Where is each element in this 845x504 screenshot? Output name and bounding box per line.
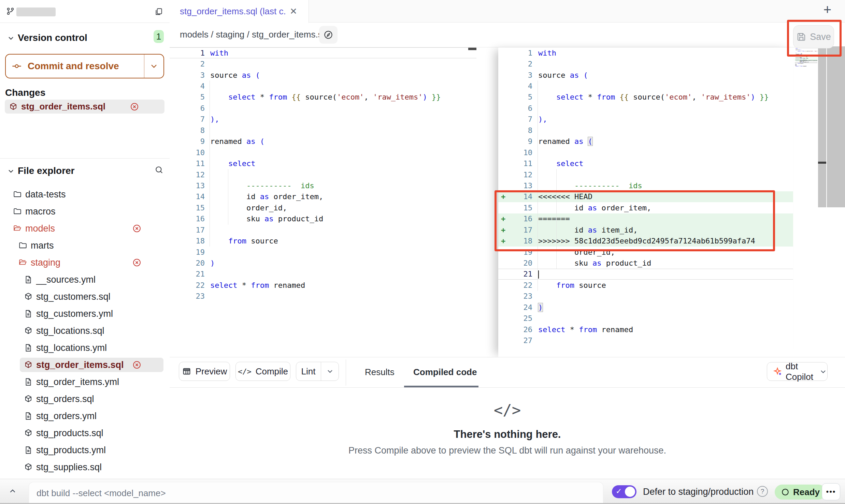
file-tree-item-marts[interactable]: marts — [0, 237, 170, 254]
window-scrollbar-track[interactable] — [827, 46, 845, 207]
code-line-10[interactable]: 10 — [170, 147, 476, 158]
code-line-9[interactable]: 9renamed as ( — [498, 136, 793, 147]
dbt-copilot-button[interactable]: dbt Copilot — [767, 362, 828, 381]
code-line-13[interactable]: 13 ---------- ids — [170, 180, 476, 191]
file-tree-item-stg_products.sql[interactable]: stg_products.sql — [0, 425, 170, 442]
code-line-7[interactable]: 7), — [498, 114, 793, 125]
code-line-2[interactable]: 2 — [498, 58, 793, 69]
preview-button[interactable]: Preview — [179, 362, 230, 381]
commit-and-resolve-button[interactable]: Commit and resolve — [5, 54, 164, 78]
tab-close-icon[interactable]: ✕ — [290, 6, 297, 17]
file-tree-item-stg_supplies.sql[interactable]: stg_supplies.sql — [0, 459, 170, 476]
code-line-15[interactable]: 15 order_id, — [170, 202, 476, 213]
code-line-20[interactable]: 20) — [170, 257, 476, 268]
lineage-compass-icon[interactable] — [319, 26, 338, 44]
file-tree-item-stg_locations.sql[interactable]: stg_locations.sql — [0, 322, 170, 339]
more-options-button[interactable]: ••• — [822, 483, 840, 500]
code-line-18[interactable]: +18>>>>>>> 58c1dd23d5eebd9cd2495fa7124ab… — [498, 235, 793, 246]
code-line-8[interactable]: 8 — [498, 125, 793, 136]
file-tree-item-models[interactable]: models — [0, 220, 170, 237]
code-line-12[interactable]: 12 — [170, 169, 476, 180]
code-line-9[interactable]: 9renamed as ( — [170, 136, 476, 147]
file-tree-item-__sources.yml[interactable]: __sources.yml — [0, 271, 170, 288]
editor-scrollbar-track[interactable] — [818, 46, 826, 207]
file-tree-item-stg_customers.sql[interactable]: stg_customers.sql — [0, 288, 170, 305]
conflict-x-icon[interactable] — [132, 360, 142, 370]
code-line-22[interactable]: 22 from source — [498, 280, 793, 291]
file-tree-item-macros[interactable]: macros — [0, 203, 170, 220]
code-line-25[interactable]: 25 — [498, 313, 793, 324]
file-tree-item-data-tests[interactable]: data-tests — [0, 186, 170, 203]
code-line-24[interactable]: 24) — [498, 302, 793, 313]
minimap[interactable]: 1with23source as (45 select * from {{ so… — [795, 48, 817, 69]
code-line-22[interactable]: 22select * from renamed — [170, 280, 476, 291]
conflict-x-icon[interactable] — [130, 102, 139, 112]
status-badge-ready[interactable]: Ready — [775, 485, 826, 500]
code-line-14[interactable]: 14 id as order_item, — [170, 191, 476, 202]
code-line-15[interactable]: 15 id as order_item, — [498, 202, 793, 213]
code-line-18[interactable]: 18 from source — [170, 235, 476, 246]
left-pane-scrollbar-thumb[interactable] — [468, 48, 476, 50]
tab-results[interactable]: Results — [365, 367, 395, 377]
file-tree-item-stg_order_items.yml[interactable]: stg_order_items.yml — [0, 373, 170, 390]
git-branch-icon[interactable] — [6, 7, 15, 16]
code-line-5[interactable]: 5 select * from {{ source('ecom', 'raw_i… — [170, 92, 476, 103]
file-tree-item-stg_locations.yml[interactable]: stg_locations.yml — [0, 339, 170, 356]
code-line-14[interactable]: +14<<<<<<< HEAD — [498, 191, 793, 202]
code-line-10[interactable]: 10 — [498, 147, 793, 158]
code-line-5[interactable]: 5 select * from {{ source('ecom', 'raw_i… — [498, 92, 793, 103]
editor-pane-right[interactable]: 1with23source as (45 select * from {{ so… — [498, 47, 793, 357]
code-line-17[interactable]: 17 — [170, 224, 476, 235]
code-line-8[interactable]: 8 — [170, 125, 476, 136]
code-line-6[interactable]: 6 — [170, 103, 476, 114]
code-line-4[interactable]: 4 — [498, 80, 793, 91]
defer-toggle[interactable]: ✓ — [612, 485, 636, 498]
code-line-21[interactable]: 21 — [498, 269, 793, 280]
save-button[interactable]: Save — [793, 25, 834, 48]
code-line-19[interactable]: 19 order_id, — [498, 247, 793, 257]
code-line-20[interactable]: 20 sku as product_id — [498, 257, 793, 268]
code-line-6[interactable]: 6 — [498, 103, 793, 114]
new-tab-icon[interactable]: + — [823, 2, 831, 17]
file-tree-item-stg_customers.yml[interactable]: stg_customers.yml — [0, 305, 170, 322]
tab-compiled-code[interactable]: Compiled code — [413, 367, 477, 377]
help-icon[interactable]: ? — [757, 486, 768, 497]
search-icon[interactable] — [154, 165, 164, 175]
code-line-16[interactable]: +16======= — [498, 213, 793, 224]
conflict-x-icon[interactable] — [132, 258, 142, 267]
collapse-chevron-up-icon[interactable] — [8, 487, 17, 495]
file-tree-item-stg_products.yml[interactable]: stg_products.yml — [0, 442, 170, 459]
code-line-3[interactable]: 3source as ( — [498, 70, 793, 80]
file-tree-item-stg_orders.sql[interactable]: stg_orders.sql — [0, 390, 170, 407]
code-line-27[interactable]: 27 — [498, 335, 793, 346]
tab-stg-order-items[interactable]: stg_order_items.sql (last c... ✕ — [170, 0, 309, 23]
editor-scrollbar-thumb[interactable] — [818, 162, 826, 164]
code-line-21[interactable]: 21 — [170, 269, 476, 280]
compile-button[interactable]: </> Compile — [235, 362, 290, 381]
version-control-collapse-icon[interactable] — [7, 34, 15, 42]
code-line-11[interactable]: 11 select — [498, 158, 793, 169]
code-line-1[interactable]: 1with — [170, 47, 476, 58]
code-line-4[interactable]: 4 — [170, 80, 476, 91]
file-explorer-collapse-icon[interactable] — [7, 167, 15, 175]
command-input[interactable]: dbt build --select <model_name> — [29, 482, 603, 504]
code-line-1[interactable]: 1with — [498, 47, 793, 58]
code-line-2[interactable]: 2 — [170, 58, 476, 69]
file-tree-item-stg_order_items.sql[interactable]: stg_order_items.sql — [0, 356, 170, 373]
file-tree-item-staging[interactable]: staging — [0, 254, 170, 271]
commit-options-chevron-icon[interactable] — [149, 61, 159, 71]
copy-icon[interactable] — [154, 7, 163, 16]
conflict-x-icon[interactable] — [132, 224, 142, 233]
code-line-17[interactable]: +17 id as item_id, — [498, 224, 793, 235]
changed-file-row[interactable]: stg_order_items.sql — [5, 100, 164, 114]
code-line-13[interactable]: 13 ---------- ids — [498, 180, 793, 191]
lint-options-chevron-icon[interactable] — [321, 362, 339, 381]
code-line-19[interactable]: 19 — [170, 247, 476, 257]
code-line-26[interactable]: 26select * from renamed — [498, 324, 793, 335]
code-line-23[interactable]: 23 — [498, 291, 793, 302]
lint-button[interactable]: Lint — [296, 362, 339, 381]
code-line-12[interactable]: 12 — [498, 169, 793, 180]
code-line-5[interactable]: 5 select * from {{ source('ecom', 'raw_i… — [795, 51, 817, 51]
code-line-3[interactable]: 3source as ( — [170, 70, 476, 80]
editor-pane-left[interactable]: 1with23source as (45 select * from {{ so… — [170, 47, 476, 357]
